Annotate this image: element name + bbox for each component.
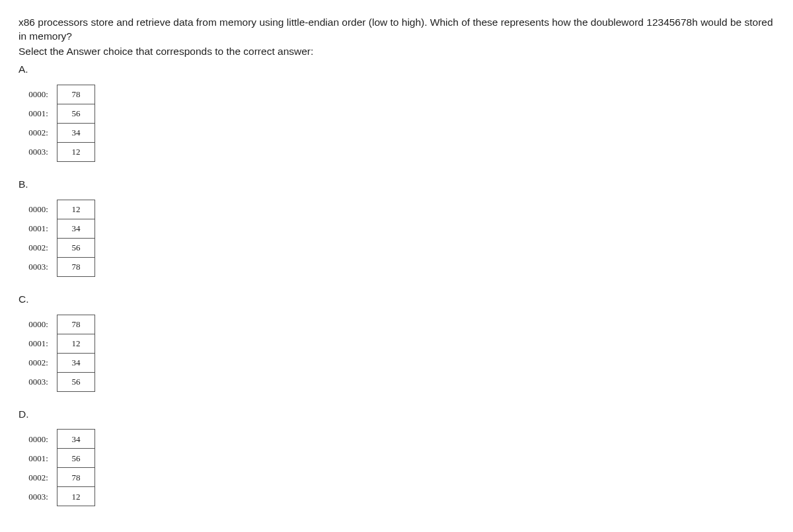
question-text: x86 processors store and retrieve data f… — [19, 16, 774, 44]
val-cell: 34 — [57, 123, 95, 142]
val-cell: 78 — [57, 85, 95, 104]
table-row: 0002: 34 — [24, 123, 95, 142]
val-cell: 78 — [57, 315, 95, 334]
option-c[interactable]: C. 0000: 78 0001: 12 0002: 34 0003: 56 — [19, 293, 774, 392]
table-row: 0000: 78 — [24, 85, 95, 104]
addr-cell: 0003: — [24, 487, 57, 506]
table-row: 0002: 56 — [24, 238, 95, 257]
option-c-table: 0000: 78 0001: 12 0002: 34 0003: 56 — [24, 315, 95, 392]
option-b-label: B. — [19, 178, 774, 192]
table-row: 0000: 78 — [24, 315, 95, 334]
val-cell: 34 — [57, 430, 95, 449]
addr-cell: 0003: — [24, 142, 57, 161]
addr-cell: 0002: — [24, 468, 57, 487]
option-a-label: A. — [19, 63, 774, 77]
val-cell: 56 — [57, 238, 95, 257]
val-cell: 34 — [57, 353, 95, 372]
table-row: 0003: 12 — [24, 487, 95, 506]
select-prompt: Select the Answer choice that correspond… — [19, 45, 774, 59]
addr-cell: 0000: — [24, 85, 57, 104]
val-cell: 34 — [57, 219, 95, 238]
table-row: 0002: 78 — [24, 468, 95, 487]
addr-cell: 0002: — [24, 123, 57, 142]
table-row: 0002: 34 — [24, 353, 95, 372]
option-c-label: C. — [19, 293, 774, 307]
addr-cell: 0000: — [24, 315, 57, 334]
addr-cell: 0000: — [24, 430, 57, 449]
val-cell: 78 — [57, 257, 95, 276]
table-row: 0001: 56 — [24, 104, 95, 123]
option-b[interactable]: B. 0000: 12 0001: 34 0002: 56 0003: 78 — [19, 178, 774, 277]
addr-cell: 0001: — [24, 104, 57, 123]
option-a-table: 0000: 78 0001: 56 0002: 34 0003: 12 — [24, 85, 95, 162]
option-d[interactable]: D. 0000: 34 0001: 56 0002: 78 0003: 12 — [19, 408, 774, 507]
val-cell: 56 — [57, 449, 95, 468]
addr-cell: 0000: — [24, 200, 57, 219]
addr-cell: 0001: — [24, 449, 57, 468]
addr-cell: 0002: — [24, 238, 57, 257]
option-d-label: D. — [19, 408, 774, 422]
table-row: 0003: 12 — [24, 142, 95, 161]
table-row: 0003: 78 — [24, 257, 95, 276]
table-row: 0001: 34 — [24, 219, 95, 238]
addr-cell: 0001: — [24, 219, 57, 238]
table-row: 0003: 56 — [24, 372, 95, 391]
table-row: 0000: 34 — [24, 430, 95, 449]
table-row: 0001: 56 — [24, 449, 95, 468]
addr-cell: 0003: — [24, 257, 57, 276]
addr-cell: 0001: — [24, 334, 57, 353]
val-cell: 12 — [57, 142, 95, 161]
option-a[interactable]: A. 0000: 78 0001: 56 0002: 34 0003: 12 — [19, 63, 774, 162]
val-cell: 78 — [57, 468, 95, 487]
val-cell: 56 — [57, 372, 95, 391]
val-cell: 12 — [57, 334, 95, 353]
option-d-table: 0000: 34 0001: 56 0002: 78 0003: 12 — [24, 429, 95, 506]
val-cell: 12 — [57, 200, 95, 219]
val-cell: 56 — [57, 104, 95, 123]
val-cell: 12 — [57, 487, 95, 506]
table-row: 0001: 12 — [24, 334, 95, 353]
table-row: 0000: 12 — [24, 200, 95, 219]
option-b-table: 0000: 12 0001: 34 0002: 56 0003: 78 — [24, 200, 95, 277]
addr-cell: 0002: — [24, 353, 57, 372]
addr-cell: 0003: — [24, 372, 57, 391]
